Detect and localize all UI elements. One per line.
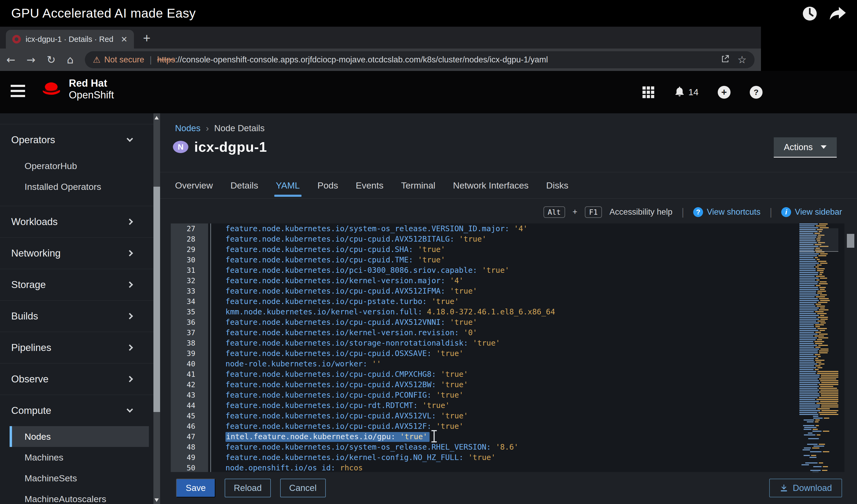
yaml-line[interactable]: feature.node.kubernetes.io/cpu-cpuid.AVX… bbox=[225, 317, 844, 328]
actions-dropdown[interactable]: Actions bbox=[774, 137, 837, 158]
yaml-line[interactable]: feature.node.kubernetes.io/cpu-cpuid.OSX… bbox=[225, 348, 844, 359]
menu-toggle-icon[interactable] bbox=[11, 85, 25, 97]
share-page-icon[interactable] bbox=[720, 54, 730, 66]
yaml-line[interactable]: feature.node.kubernetes.io/kernel-config… bbox=[225, 452, 844, 463]
sidebar-group-workloads[interactable]: Workloads bbox=[0, 206, 153, 237]
sidebar-scrollbar[interactable] bbox=[153, 113, 160, 504]
tab-terminal[interactable]: Terminal bbox=[401, 172, 435, 198]
back-icon[interactable]: ← bbox=[6, 54, 16, 66]
sidebar-group-operators[interactable]: Operators bbox=[0, 124, 153, 155]
yaml-editor[interactable]: 2728293031323334353637383940414243444546… bbox=[171, 224, 844, 472]
browser-tab[interactable]: icx-dgpu-1 · Details · Red Hat Op ✕ bbox=[6, 30, 134, 49]
alt-keycap: Alt bbox=[543, 206, 565, 218]
yaml-line[interactable]: feature.node.kubernetes.io/kernel-versio… bbox=[225, 328, 844, 338]
yaml-line[interactable]: feature.node.kubernetes.io/storage-nonro… bbox=[225, 338, 844, 348]
tab-pods[interactable]: Pods bbox=[318, 172, 338, 198]
tab-network-interfaces[interactable]: Network Interfaces bbox=[453, 172, 528, 198]
sidebar-item-operatorhub[interactable]: OperatorHub bbox=[10, 155, 149, 176]
tab-overview[interactable]: Overview bbox=[175, 172, 213, 198]
save-button[interactable]: Save bbox=[176, 479, 215, 497]
sidebar-group-networking[interactable]: Networking bbox=[0, 237, 153, 269]
yaml-line[interactable]: feature.node.kubernetes.io/cpu-cpuid.AVX… bbox=[225, 411, 844, 421]
yaml-key: feature.node.kubernetes.io/system-os_rel… bbox=[225, 443, 491, 451]
add-button[interactable]: + bbox=[718, 86, 730, 99]
view-shortcuts-link[interactable]: ? View shortcuts bbox=[693, 207, 760, 217]
address-bar[interactable]: ⚠ Not secure | https://console-openshift… bbox=[85, 51, 755, 68]
tab-events[interactable]: Events bbox=[356, 172, 383, 198]
yaml-line[interactable]: feature.node.kubernetes.io/pci-0300_8086… bbox=[225, 265, 844, 276]
yaml-line[interactable]: feature.node.kubernetes.io/cpu-cpuid.PCO… bbox=[225, 390, 844, 400]
app-launcher-icon[interactable] bbox=[642, 86, 654, 98]
yaml-value: 'true' bbox=[422, 401, 450, 410]
sidebar-group-storage[interactable]: Storage bbox=[0, 269, 153, 300]
editor-minimap[interactable] bbox=[800, 224, 838, 472]
forward-icon[interactable]: → bbox=[27, 54, 36, 66]
yaml-line[interactable]: feature.node.kubernetes.io/cpu-cpuid.AVX… bbox=[225, 234, 844, 244]
sidebar-group-observe[interactable]: Observe bbox=[0, 363, 153, 395]
yaml-value: 'true' bbox=[440, 412, 468, 420]
toolbar-divider: | bbox=[770, 206, 772, 218]
chevron-right-icon bbox=[127, 281, 133, 288]
scroll-up-icon[interactable] bbox=[154, 116, 159, 120]
minimap-line bbox=[800, 371, 838, 372]
bookmark-star-icon[interactable]: ☆ bbox=[738, 54, 746, 66]
new-tab-button[interactable]: + bbox=[143, 31, 150, 45]
yaml-line[interactable]: feature.node.kubernetes.io/cpu-cpuid.CMP… bbox=[225, 369, 844, 380]
clock-icon[interactable] bbox=[802, 6, 818, 22]
yaml-line[interactable]: feature.node.kubernetes.io/kernel-versio… bbox=[225, 276, 844, 286]
minimap-line bbox=[800, 350, 838, 352]
scroll-down-icon[interactable] bbox=[154, 499, 159, 502]
chevron-down-icon bbox=[127, 136, 133, 142]
yaml-line[interactable]: feature.node.kubernetes.io/cpu-cpuid.AVX… bbox=[225, 380, 844, 390]
minimap-line bbox=[800, 384, 838, 385]
tab-details[interactable]: Details bbox=[231, 172, 258, 198]
minimap-viewport[interactable] bbox=[800, 228, 838, 252]
minimap-line bbox=[800, 360, 838, 361]
chevron-right-icon bbox=[127, 313, 133, 319]
notifications-button[interactable]: 14 bbox=[673, 86, 699, 99]
editor-scrollbar-thumb[interactable] bbox=[847, 234, 854, 248]
view-sidebar-link[interactable]: i View sidebar bbox=[781, 207, 842, 217]
yaml-line[interactable]: feature.node.kubernetes.io/cpu-rdt.RDTCM… bbox=[225, 400, 844, 411]
sidebar-item-machineautoscalers[interactable]: MachineAutoscalers bbox=[10, 488, 149, 504]
download-button[interactable]: Download bbox=[769, 479, 842, 497]
tab-disks[interactable]: Disks bbox=[546, 172, 568, 198]
breadcrumb-nodes[interactable]: Nodes bbox=[175, 123, 200, 133]
help-button[interactable]: ? bbox=[750, 86, 762, 99]
yaml-line[interactable]: feature.node.kubernetes.io/cpu-cpuid.SHA… bbox=[225, 244, 844, 255]
not-secure-label[interactable]: Not secure bbox=[104, 55, 144, 65]
yaml-key: feature.node.kubernetes.io/cpu-cpuid.CMP… bbox=[225, 370, 436, 379]
share-arrow-icon[interactable] bbox=[829, 6, 846, 22]
sidebar-item-machines[interactable]: Machines bbox=[10, 447, 149, 468]
tab-close-icon[interactable]: ✕ bbox=[119, 35, 128, 44]
yaml-line[interactable]: feature.node.kubernetes.io/cpu-cpuid.AVX… bbox=[225, 286, 844, 296]
sidebar-group-label: Compute bbox=[11, 405, 51, 416]
sidebar-item-nodes[interactable]: Nodes bbox=[10, 426, 149, 447]
editor-scrollbar[interactable] bbox=[846, 224, 855, 472]
yaml-line[interactable]: feature.node.kubernetes.io/system-os_rel… bbox=[225, 442, 844, 452]
sidebar-item-installed-operators[interactable]: Installed Operators bbox=[10, 176, 149, 197]
sidebar-group-builds[interactable]: Builds bbox=[0, 300, 153, 332]
yaml-key: feature.node.kubernetes.io/pci-0300_8086… bbox=[225, 266, 477, 275]
yaml-line-selected[interactable]: intel.feature.node.kubernetes.io/gpu: 't… bbox=[225, 432, 844, 442]
home-icon[interactable]: ⌂ bbox=[67, 54, 74, 66]
yaml-line[interactable]: feature.node.kubernetes.io/system-os_rel… bbox=[225, 224, 844, 234]
tab-yaml[interactable]: YAML bbox=[276, 172, 300, 198]
yaml-key: feature.node.kubernetes.io/cpu-cpuid.PCO… bbox=[225, 391, 432, 399]
yaml-line[interactable]: node-role.kubernetes.io/worker: '' bbox=[225, 359, 844, 369]
yaml-line[interactable]: feature.node.kubernetes.io/cpu-cpuid.AVX… bbox=[225, 421, 844, 432]
minimap-line bbox=[800, 358, 838, 359]
sidebar-group-pipelines[interactable]: Pipelines bbox=[0, 332, 153, 363]
editor-code[interactable]: feature.node.kubernetes.io/system-os_rel… bbox=[208, 224, 844, 472]
yaml-line[interactable]: kmm.node.kubernetes.io/kernel-version.fu… bbox=[225, 307, 844, 317]
sidebar-item-machinesets[interactable]: MachineSets bbox=[10, 468, 149, 488]
yaml-line[interactable]: feature.node.kubernetes.io/cpu-pstate.tu… bbox=[225, 296, 844, 307]
reload-icon[interactable]: ↻ bbox=[47, 54, 56, 66]
sidebar-group-compute[interactable]: Compute bbox=[0, 395, 153, 426]
sidebar-group-label: Builds bbox=[11, 311, 38, 322]
yaml-line[interactable]: feature.node.kubernetes.io/cpu-cpuid.TME… bbox=[225, 255, 844, 265]
cancel-button[interactable]: Cancel bbox=[280, 479, 326, 497]
reload-button[interactable]: Reload bbox=[225, 479, 271, 497]
yaml-line[interactable]: node.openshift.io/os_id: rhcos bbox=[225, 463, 844, 472]
sidebar-scrollbar-thumb[interactable] bbox=[153, 187, 160, 412]
